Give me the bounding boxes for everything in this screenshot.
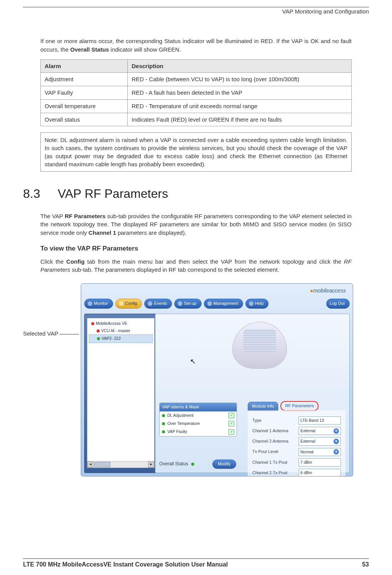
menu-management[interactable]: Management (204, 299, 243, 309)
alarm-table: Alarm Description AdjustmentRED - Cable … (40, 59, 352, 127)
alarm-over-temp: Over Temperature✓ (160, 420, 237, 428)
alarm-panel-header: VAP alarms & Mask (160, 403, 237, 411)
footer: LTE 700 MHz MobileAccessVE Instant Cover… (23, 558, 369, 568)
tab-rf-parameters[interactable]: RF Parameters (280, 401, 319, 411)
procedure-text: Click the Config tab from the main menu … (40, 257, 352, 274)
menu-config[interactable]: Config (115, 299, 142, 309)
subtabs: Module Info RF Parameters (248, 402, 319, 411)
content-area: ↖ VAP alarms & Mask DL Adjustment✓ Over … (155, 314, 350, 473)
rf-tx-pout-level: Tx Pout LevelNormal▼ (252, 448, 341, 456)
alarm-dl-adjustment: DL Adjustment✓ (160, 411, 237, 420)
section-intro: The VAP RF Parameters sub-tab provides t… (40, 212, 352, 237)
logout-button[interactable]: Log Out (326, 299, 350, 309)
table-row: AdjustmentRED - Cable (between VCU to VA… (41, 73, 352, 86)
table-row: Overall temperatureRED - Temperature of … (41, 99, 352, 113)
tree-vcu[interactable]: VCU-M - master (89, 327, 153, 334)
table-row: Overall statusIndicates Fault (RED) leve… (41, 113, 352, 126)
alarm-panel: VAP alarms & Mask DL Adjustment✓ Over Te… (159, 403, 237, 436)
th-desc: Description (128, 59, 352, 73)
rf-parameters-panel: TypeLTE-Band 13 Channel 1 AntennaExterna… (248, 410, 345, 476)
tree-vap-selected[interactable]: VAP2- 222 (89, 334, 153, 343)
status-green-icon (191, 463, 194, 466)
menu-setup[interactable]: Set-up (174, 299, 201, 309)
dropdown-icon[interactable]: ▼ (334, 428, 339, 434)
topology-tree: MobileAccess VE VCU-M - master VAP2- 222… (84, 314, 157, 473)
scroll-right-icon[interactable]: ► (148, 461, 154, 468)
procedure-heading: To view the VAP RF Parameters (40, 244, 352, 254)
menu-help[interactable]: Help (245, 299, 269, 309)
status-green-icon (162, 422, 165, 425)
section-heading: 8.3VAP RF Parameters (23, 185, 352, 202)
rf-ch2-antenna: Channel 2 AntennaExternal▼ (252, 437, 341, 445)
overall-status-row: Overall Status Modify (159, 460, 236, 469)
page-number: 53 (362, 561, 369, 568)
table-row: VAP FaultyRED - A fault has been detecte… (41, 86, 352, 100)
menu-monitor[interactable]: Monitor (84, 299, 113, 309)
footer-title: LTE 700 MHz MobileAccessVE Instant Cover… (23, 561, 228, 568)
alarm-vap-faulty: VAP Faulty✓ (160, 428, 237, 436)
checkbox-icon[interactable]: ✓ (229, 413, 234, 418)
tree-root[interactable]: MobileAccess VE (89, 320, 153, 327)
help-icon (249, 301, 254, 306)
app-screenshot: ●mobileaccess Monitor Config Events Set-… (81, 283, 353, 476)
cursor-icon: ↖ (190, 356, 196, 366)
note-box: Note: DL adjustment alarm is raised when… (40, 132, 352, 172)
status-green-icon (97, 337, 100, 340)
modify-button[interactable]: Modify (212, 460, 236, 469)
status-red-icon (91, 322, 94, 325)
menu-events[interactable]: Events (144, 299, 172, 309)
callout-line (60, 334, 79, 334)
status-red-icon (97, 329, 100, 333)
tab-module-info[interactable]: Module Info (248, 402, 278, 411)
rf-ch1-tx-pout: Channel 1 Tx Pout7 dBm (252, 458, 341, 466)
tree-scrollbar[interactable]: ◄ ► (87, 461, 154, 468)
management-icon (207, 301, 212, 306)
rf-ch2-tx-pout: Channel 2 Tx Pout6 dBm (252, 469, 341, 476)
device-image (232, 322, 287, 369)
dropdown-icon[interactable]: ▼ (334, 449, 339, 455)
status-green-icon (162, 414, 165, 417)
scroll-left-icon[interactable]: ◄ (87, 461, 93, 468)
checkbox-icon[interactable]: ✓ (229, 421, 234, 426)
menubar: Monitor Config Events Set-up Management … (84, 298, 350, 309)
scroll-thumb[interactable] (94, 462, 110, 467)
status-green-icon (162, 430, 165, 433)
callout-selected-vap: Selected VAP (23, 329, 79, 338)
logo: ●mobileaccess (310, 287, 346, 294)
header-chapter: VAP Monitoring and Configuration (23, 7, 369, 18)
events-icon (148, 301, 152, 306)
config-icon (119, 301, 123, 306)
th-alarm: Alarm (41, 59, 128, 73)
rf-type: TypeLTE-Band 13 (252, 416, 341, 425)
dropdown-icon[interactable]: ▼ (334, 439, 339, 444)
setup-icon (178, 301, 182, 306)
monitor-icon (88, 301, 92, 306)
checkbox-icon[interactable]: ✓ (229, 429, 234, 435)
intro-paragraph: If one or more alarms occur, the corresp… (40, 37, 352, 54)
rf-ch1-antenna: Channel 1 AntennaExternal▼ (252, 427, 341, 435)
